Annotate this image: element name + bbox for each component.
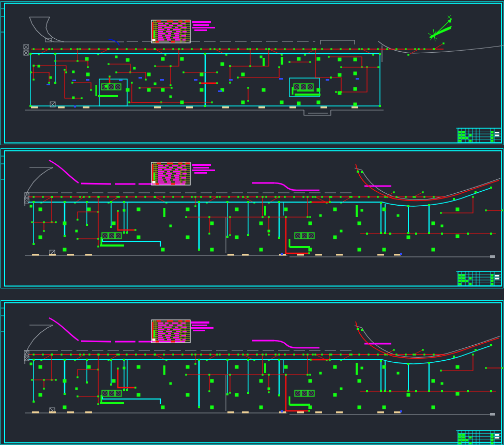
elevator-bank (294, 84, 313, 90)
legend-table (151, 320, 190, 343)
sheet-1 (0, 1, 504, 145)
legend-title-text (191, 321, 213, 331)
elevator-bank (295, 233, 314, 239)
legend-table (151, 162, 190, 185)
sheet-2 (0, 148, 504, 288)
sheet-3 (0, 300, 504, 445)
sheet-2-drawing (0, 148, 504, 288)
column-symbol (24, 44, 28, 49)
legend-title-text (192, 164, 215, 174)
sheet-frame (1, 2, 503, 145)
sheet-1-drawing (0, 1, 504, 145)
floor-plan-wiring (24, 160, 503, 258)
sheet-frame (1, 149, 503, 288)
north-arrow-icon (428, 16, 452, 41)
elevator-bank (295, 390, 314, 396)
sheet-frame (1, 301, 503, 445)
elevator-bank (102, 390, 121, 396)
legend-table (151, 20, 190, 43)
elevator-bank (101, 84, 121, 90)
title-block (456, 271, 501, 286)
floor-plan-wiring (24, 17, 504, 115)
cad-canvas[interactable] (0, 0, 504, 445)
column-symbol (24, 51, 28, 55)
elevator-bank (102, 233, 121, 239)
title-block (456, 128, 501, 143)
sheet-3-drawing (0, 300, 504, 445)
floor-plan-wiring (24, 318, 503, 416)
legend-title-text (192, 21, 215, 31)
